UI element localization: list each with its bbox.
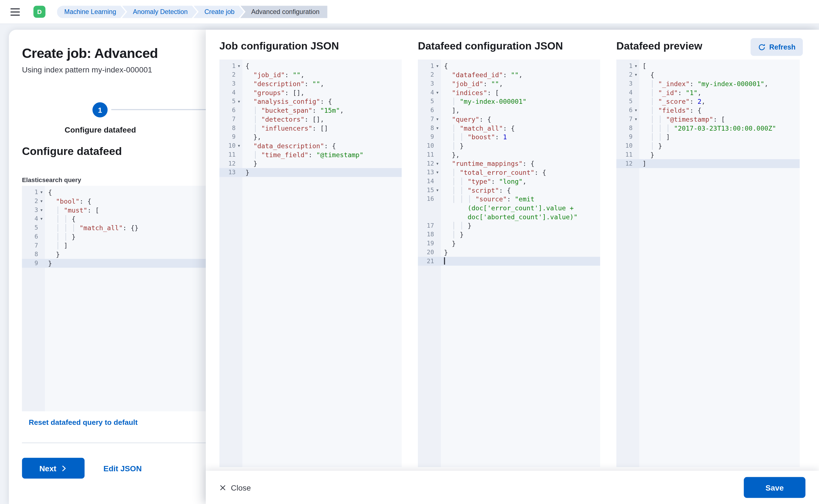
editor-line[interactable]: 7▾ "query": { bbox=[418, 115, 600, 124]
editor-line[interactable]: 8 │ "influencers": [] bbox=[220, 124, 402, 133]
editor-line[interactable]: 10 │ } bbox=[418, 142, 600, 150]
editor-line[interactable]: 13▾ │ "total_error_count": { bbox=[418, 168, 600, 177]
editor-gutter: 1▾ bbox=[617, 62, 639, 70]
editor-gutter: 3 bbox=[220, 79, 243, 88]
editor-gutter bbox=[418, 213, 441, 222]
top-navigation-bar: D Machine Learning Anomaly Detection Cre… bbox=[0, 0, 819, 24]
editor-line[interactable]: 2 "datafeed_id": "", bbox=[418, 70, 600, 79]
editor-line[interactable]: 18 │ } bbox=[418, 230, 600, 239]
editor-line[interactable]: 9 │ │ "boost": 1 bbox=[418, 133, 600, 142]
editor-line[interactable]: 4 "groups": [], bbox=[220, 88, 402, 97]
editor-gutter: 5 bbox=[418, 97, 441, 106]
fold-toggle-icon[interactable]: ▾ bbox=[236, 62, 243, 70]
editor-line[interactable]: (doc['error_count'].value + bbox=[418, 204, 600, 213]
editor-line[interactable]: 9 │ │ ] bbox=[617, 133, 800, 142]
menu-icon[interactable] bbox=[10, 8, 20, 15]
arrow-right-icon bbox=[60, 465, 67, 472]
fold-toggle-icon[interactable]: ▾ bbox=[434, 159, 441, 168]
editor-line[interactable]: 12] bbox=[617, 159, 800, 168]
close-button[interactable]: Close bbox=[220, 483, 251, 492]
breadcrumb-anomaly-detection[interactable]: Anomaly Detection bbox=[122, 6, 197, 18]
breadcrumb-advanced-configuration[interactable]: Advanced configuration bbox=[240, 6, 327, 18]
editor-line[interactable]: 6 ], bbox=[418, 106, 600, 115]
fold-toggle-icon[interactable]: ▾ bbox=[633, 106, 639, 115]
editor-line[interactable]: 5 │ "_score": 2, bbox=[617, 97, 800, 106]
job-json-editor[interactable]: 1▾{2 "job_id": "",3 "description": "",4 … bbox=[220, 60, 402, 467]
editor-line[interactable]: 20} bbox=[418, 248, 600, 257]
fold-toggle-icon[interactable]: ▾ bbox=[434, 115, 441, 124]
editor-line[interactable]: 21 bbox=[418, 257, 600, 266]
refresh-icon bbox=[758, 43, 766, 51]
editor-line[interactable]: 10▾ "data_description": { bbox=[220, 142, 402, 150]
fold-toggle-icon[interactable]: ▾ bbox=[434, 186, 441, 195]
editor-line[interactable]: 16 │ │ │ "source": "emit bbox=[418, 195, 600, 204]
editor-line[interactable]: 4▾ "indices": [ bbox=[418, 88, 600, 97]
elasticsearch-query-label: Elasticsearch query bbox=[22, 176, 81, 184]
fold-toggle-icon[interactable]: ▾ bbox=[236, 142, 243, 150]
editor-line[interactable]: 8 │ │ │ "2017-03-23T13:00:00.000Z" bbox=[617, 124, 800, 133]
avatar[interactable]: D bbox=[33, 6, 45, 18]
fold-toggle-icon[interactable]: ▾ bbox=[434, 124, 441, 133]
editor-gutter: 20 bbox=[418, 248, 441, 257]
editor-line[interactable]: 1▾[ bbox=[617, 62, 800, 70]
editor-gutter: 6 bbox=[22, 232, 45, 241]
breadcrumb-create-job[interactable]: Create job bbox=[193, 6, 244, 18]
editor-gutter: 12 bbox=[617, 159, 639, 168]
editor-line[interactable]: 19 } bbox=[418, 239, 600, 248]
fold-toggle-icon[interactable]: ▾ bbox=[38, 188, 45, 197]
editor-line[interactable]: 11 }, bbox=[418, 150, 600, 159]
editor-line[interactable]: 2 "job_id": "", bbox=[220, 70, 402, 79]
editor-line[interactable]: 10 │ } bbox=[617, 142, 800, 150]
reset-datafeed-query-link[interactable]: Reset datafeed query to default bbox=[29, 418, 138, 427]
datafeed-json-editor[interactable]: 1▾{2 "datafeed_id": "",3 "job_id": "",4▾… bbox=[418, 60, 600, 467]
editor-line[interactable]: 9 }, bbox=[220, 133, 402, 142]
editor-line[interactable]: 3 "description": "", bbox=[220, 79, 402, 88]
editor-line[interactable]: 14 │ │ "type": "long", bbox=[418, 177, 600, 186]
editor-line[interactable]: 17 │ │ } bbox=[418, 221, 600, 230]
page-title: Create job: Advanced bbox=[22, 45, 158, 62]
flyout-footer: Close Save bbox=[206, 471, 819, 504]
editor-gutter: 13▾ bbox=[418, 168, 441, 177]
editor-line[interactable]: 6▾ │ "fields": { bbox=[617, 106, 800, 115]
editor-line[interactable]: 13} bbox=[220, 168, 402, 177]
breadcrumb-machine-learning[interactable]: Machine Learning bbox=[57, 6, 125, 18]
editor-line[interactable]: 2▾ { bbox=[617, 70, 800, 79]
editor-line[interactable]: 7▾ │ │ "@timestamp": [ bbox=[617, 115, 800, 124]
editor-line[interactable]: 12 } bbox=[220, 159, 402, 168]
fold-toggle-icon[interactable]: ▾ bbox=[38, 206, 45, 215]
next-button[interactable]: Next bbox=[22, 458, 84, 479]
editor-line[interactable]: 4 │ "_id": "1", bbox=[617, 88, 800, 97]
editor-line[interactable]: doc['aborted_count'].value)" bbox=[418, 213, 600, 222]
edit-json-button[interactable]: Edit JSON bbox=[103, 458, 142, 479]
editor-line[interactable]: 1▾{ bbox=[418, 62, 600, 70]
fold-toggle-icon[interactable]: ▾ bbox=[633, 70, 639, 79]
editor-gutter: 14 bbox=[418, 177, 441, 186]
fold-toggle-icon[interactable]: ▾ bbox=[434, 88, 441, 97]
editor-gutter: 2 bbox=[220, 70, 243, 79]
refresh-button[interactable]: Refresh bbox=[750, 38, 803, 56]
editor-line[interactable]: 5▾ "analysis_config": { bbox=[220, 97, 402, 106]
editor-gutter: 18 bbox=[418, 230, 441, 239]
editor-line[interactable]: 8▾ │ "match_all": { bbox=[418, 124, 600, 133]
editor-line[interactable]: 3 │ "_index": "my-index-000001", bbox=[617, 79, 800, 88]
editor-line[interactable]: 15▾ │ │ "script": { bbox=[418, 186, 600, 195]
fold-toggle-icon[interactable]: ▾ bbox=[633, 115, 639, 124]
datafeed-preview-editor[interactable]: 1▾[2▾ {3 │ "_index": "my-index-000001",4… bbox=[617, 60, 800, 467]
fold-toggle-icon[interactable]: ▾ bbox=[236, 97, 243, 106]
step-1-indicator[interactable]: 1 bbox=[92, 102, 107, 117]
editor-line[interactable]: 5 │ "my-index-000001" bbox=[418, 97, 600, 106]
editor-line[interactable]: 3 "job_id": "", bbox=[418, 79, 600, 88]
fold-toggle-icon[interactable]: ▾ bbox=[38, 215, 45, 223]
fold-toggle-icon[interactable]: ▾ bbox=[434, 168, 441, 177]
editor-line[interactable]: 7 │ "detectors": [], bbox=[220, 115, 402, 124]
fold-toggle-icon[interactable]: ▾ bbox=[633, 62, 639, 70]
fold-toggle-icon[interactable]: ▾ bbox=[434, 62, 441, 70]
editor-line[interactable]: 1▾{ bbox=[220, 62, 402, 70]
editor-line[interactable]: 11 } bbox=[617, 150, 800, 159]
editor-line[interactable]: 12▾ "runtime_mappings": { bbox=[418, 159, 600, 168]
editor-gutter: 5 bbox=[617, 97, 639, 106]
save-button[interactable]: Save bbox=[744, 477, 805, 498]
fold-toggle-icon[interactable]: ▾ bbox=[38, 197, 45, 206]
editor-line[interactable]: 6 │ "bucket_span": "15m", bbox=[220, 106, 402, 115]
editor-line[interactable]: 11 │ "time_field": "@timestamp" bbox=[220, 150, 402, 159]
